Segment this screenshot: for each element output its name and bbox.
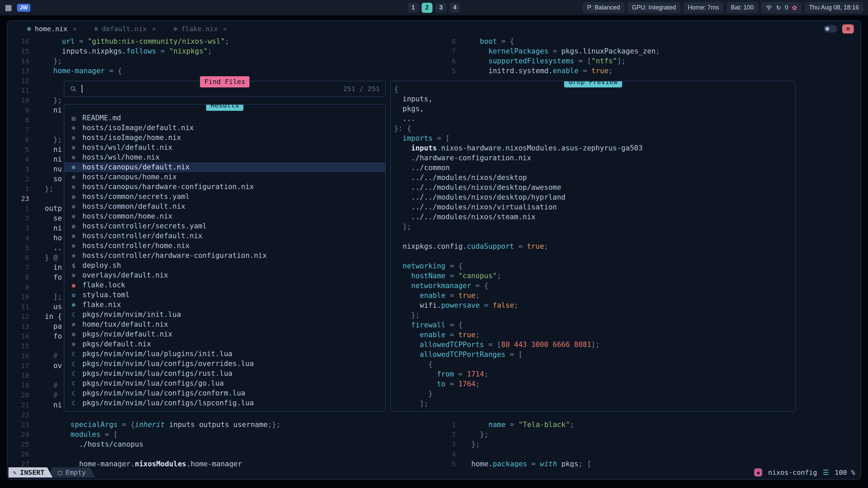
tray: ↻ 0 ✿ <box>761 2 802 14</box>
result-item[interactable]: ❄hosts/canopus/hardware-configuration.ni… <box>64 182 385 192</box>
line-number: 9 <box>7 105 45 115</box>
tab-close-icon[interactable]: × <box>152 25 156 33</box>
lua-file-icon: ☾ <box>70 359 78 369</box>
nix-icon: ❄ <box>94 25 98 33</box>
result-item[interactable]: ❄hosts/controller/default.nix <box>64 231 385 241</box>
results-list: ▤README.md❄hosts/isoImage/default.nix❄ho… <box>64 113 385 408</box>
lua-file-icon: ☾ <box>70 398 78 408</box>
nix-icon: ❄ <box>174 25 177 33</box>
code-text: nu <box>45 164 62 174</box>
workspace-button-3[interactable]: 3 <box>436 3 447 13</box>
result-item[interactable]: ☾pkgs/nvim/nvim/lua/configs/overrides.lu… <box>64 359 385 369</box>
result-item[interactable]: ❄hosts/isoImage/home.nix <box>64 133 385 143</box>
result-item[interactable]: ❄flake.nix <box>64 300 385 310</box>
nix-file-icon: ❄ <box>70 231 78 241</box>
topbar-left: ▦ JW <box>5 3 31 12</box>
result-name: hosts/isoImage/default.nix <box>82 123 194 133</box>
topbar-right: P: BalancedGPU: IntegratedHome: 7msBat: … <box>583 2 863 14</box>
result-item[interactable]: ☾pkgs/nvim/nvim/lua/plugins/init.lua <box>64 349 385 359</box>
result-name: hosts/canopus/home.nix <box>82 172 177 182</box>
tab-home.nix[interactable]: ❄home.nix× <box>27 25 77 33</box>
result-item[interactable]: ⚙hosts/controller/secrets.yaml <box>64 221 385 231</box>
result-item[interactable]: ☾pkgs/nvim/nvim/init.lua <box>64 310 385 320</box>
preview-line <box>394 251 795 261</box>
result-name: pkgs/nvim/nvim/lua/configs/go.lua <box>82 379 224 388</box>
code-text: outp <box>45 204 62 214</box>
workspace-button-4[interactable]: 4 <box>450 3 460 13</box>
result-item[interactable]: ☾pkgs/nvim/nvim/lua/configs/lspconfig.lu… <box>64 398 385 408</box>
result-item[interactable]: ⚙stylua.toml <box>64 290 385 300</box>
code-text: in { <box>45 312 62 322</box>
nix-file-icon: ❄ <box>70 143 78 152</box>
preview-line: inputs.nixos-hardware.nixosModules.asus-… <box>394 143 795 153</box>
line-number: 3 <box>434 440 471 449</box>
result-item[interactable]: ❄hosts/canopus/home.nix <box>64 172 385 182</box>
result-item[interactable]: ❄hosts/wsl/home.nix <box>64 152 385 162</box>
line-number: 4 <box>7 155 45 164</box>
result-item[interactable]: ❄hosts/canopus/default.nix <box>64 162 385 172</box>
result-name: README.md <box>82 113 121 123</box>
result-item[interactable]: ❄hosts/common/home.nix <box>64 211 385 221</box>
result-item[interactable]: ❄hosts/controller/home.nix <box>64 241 385 251</box>
line-number: 7 <box>434 46 471 56</box>
result-item[interactable]: ◉flake.lock <box>64 280 385 290</box>
logo-badge[interactable]: JW <box>17 4 31 12</box>
yaml-file-icon: ⚙ <box>70 221 78 231</box>
nix-file-icon: ❄ <box>70 162 78 172</box>
nix-file-icon: ❄ <box>70 202 78 211</box>
result-item[interactable]: ❄pkgs/nvim/default.nix <box>64 329 385 339</box>
code-line: 3}; <box>434 440 861 449</box>
result-item[interactable]: ❄hosts/controller/hardware-configuration… <box>64 251 385 261</box>
workspace-button-1[interactable]: 1 <box>408 3 419 13</box>
result-item[interactable]: ☾pkgs/nvim/nvim/lua/configs/conform.lua <box>64 388 385 398</box>
code-line: 14 }; <box>7 56 434 66</box>
lua-file-icon: ☾ <box>70 310 78 320</box>
tab-flake.nix[interactable]: ❄flake.nix× <box>174 25 227 33</box>
editor-window: ❄home.nix×❄default.nix×❄flake.nix× × 16 … <box>7 20 861 480</box>
find-files-input[interactable]: Find Files 251 / 251 <box>64 81 386 97</box>
result-name: hosts/controller/secrets.yaml <box>82 221 207 231</box>
preview-line: imports = [ <box>394 134 795 143</box>
code-line: 24 modules = [ <box>7 430 434 440</box>
code-text: in <box>45 263 62 272</box>
statusline: ✎ INSERT ▢ Empty ● nixos-config ☰ 100 % <box>8 467 860 477</box>
code-line: 1 name = "Tela-black"; <box>434 420 861 430</box>
line-number: 13 <box>7 66 45 76</box>
result-name: hosts/controller/default.nix <box>82 231 202 241</box>
line-number: 10 <box>7 96 45 105</box>
line-number: 5 <box>7 243 45 253</box>
workspaces: 1234 <box>408 3 460 13</box>
tab-close-icon[interactable]: × <box>73 25 77 33</box>
result-item[interactable]: ☾pkgs/nvim/nvim/lua/configs/rust.lua <box>64 369 385 379</box>
line-number: 27 <box>7 459 45 467</box>
line-number: 26 <box>7 449 45 459</box>
apps-grid-icon[interactable]: ▦ <box>5 3 12 12</box>
result-item[interactable]: ❄pkgs/default.nix <box>64 339 385 349</box>
preview-line: networking = { <box>394 261 795 271</box>
result-item[interactable]: ❄hosts/wsl/default.nix <box>64 143 385 152</box>
sh-file-icon: $ <box>70 261 78 270</box>
tab-close-icon[interactable]: × <box>223 25 227 33</box>
search-icon <box>70 85 77 93</box>
preview-line: pkgs, <box>394 104 795 114</box>
code-text: }; <box>471 430 489 440</box>
code-line: 26 <box>7 449 434 459</box>
result-item[interactable]: ❄hosts/common/default.nix <box>64 202 385 211</box>
result-item[interactable]: ❄home/tux/default.nix <box>64 320 385 329</box>
tab-default.nix[interactable]: ❄default.nix× <box>94 25 156 33</box>
result-item[interactable]: ❄hosts/isoImage/default.nix <box>64 123 385 133</box>
window-close-button[interactable]: × <box>842 24 854 34</box>
workspace-button-2[interactable]: 2 <box>422 3 433 13</box>
lua-file-icon: ☾ <box>70 349 78 359</box>
code-line: 5 initrd.systemd.enable = true; <box>434 66 861 76</box>
result-item[interactable]: ☾pkgs/nvim/nvim/lua/configs/go.lua <box>64 379 385 388</box>
result-name: hosts/canopus/hardware-configuration.nix <box>82 182 254 192</box>
result-item[interactable]: $deploy.sh <box>64 261 385 270</box>
result-item[interactable]: ❄overlays/default.nix <box>64 270 385 280</box>
result-item[interactable]: ▤README.md <box>64 113 385 123</box>
code-line: 4 <box>434 449 861 459</box>
result-name: deploy.sh <box>82 261 121 270</box>
lock-file-icon: ◉ <box>70 280 78 290</box>
result-item[interactable]: ⚙hosts/common/secrets.yaml <box>64 192 385 202</box>
toggle-pill[interactable] <box>824 25 837 33</box>
